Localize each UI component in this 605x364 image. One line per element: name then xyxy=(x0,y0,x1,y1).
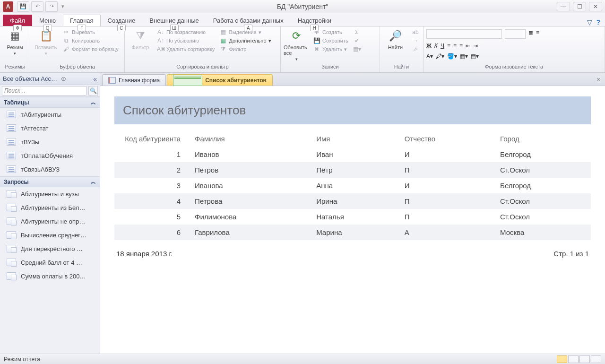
tab-home[interactable]: ГлавнаяГ xyxy=(63,15,100,26)
cell: П xyxy=(400,193,495,209)
nav-item-label: Сумма оплаты в 200… xyxy=(21,273,86,280)
align-left-icon[interactable]: ≡ xyxy=(447,43,450,49)
totals-button[interactable]: Σ xyxy=(352,28,362,36)
document-area: Главная формаСписок абитуриентов× Список… xyxy=(100,73,605,354)
view-design-button[interactable] xyxy=(591,355,601,363)
nav-header[interactable]: Все объекты Acc…⊙ « xyxy=(0,73,100,85)
nav-item[interactable]: Средний балл от 4 … xyxy=(0,256,100,269)
view-layout-button[interactable] xyxy=(579,355,590,363)
save-record-button[interactable]: 💾Сохранить xyxy=(312,37,349,44)
select-button[interactable]: ⬀ xyxy=(411,45,420,53)
bold-icon[interactable]: Ж xyxy=(426,43,432,49)
minimize-button[interactable]: — xyxy=(557,2,570,11)
maximize-button[interactable]: ☐ xyxy=(573,2,586,11)
form-icon xyxy=(108,77,116,84)
view-button[interactable]: ▦Режим▾ xyxy=(3,27,27,56)
underline-icon[interactable]: Ч xyxy=(441,43,444,49)
cell: П xyxy=(400,209,495,225)
more-button[interactable]: ▦▾ xyxy=(352,45,362,53)
toggle-filter-button[interactable]: ⧩Фильтр xyxy=(218,45,272,53)
nav-item-label: Абитуриенты и вузы xyxy=(21,191,79,198)
font-combo[interactable] xyxy=(426,29,502,39)
query-icon xyxy=(7,190,16,198)
key-tip: С xyxy=(117,25,126,31)
filter-button[interactable]: ⧩Фильтр xyxy=(128,27,153,50)
tab-file[interactable]: ФайлФ xyxy=(3,15,32,26)
italic-icon[interactable]: К xyxy=(434,43,438,49)
fill-icon[interactable]: 🪣▾ xyxy=(447,53,457,60)
document-tab[interactable]: Список абитуриентов xyxy=(167,74,273,86)
sigma-icon: Σ xyxy=(353,29,361,35)
document-tab[interactable]: Главная форма xyxy=(102,74,166,86)
nav-item[interactable]: тАбитуриенты xyxy=(0,108,100,121)
spelling-button[interactable]: ✔ xyxy=(352,37,362,44)
indent-inc-icon[interactable]: ⇥ xyxy=(473,43,478,49)
align-right-icon[interactable]: ≡ xyxy=(459,43,463,49)
nav-item[interactable]: тОплатаОбучения xyxy=(0,149,100,163)
search-input[interactable] xyxy=(2,86,86,95)
query-icon xyxy=(7,272,16,280)
indent-dec-icon[interactable]: ⇤ xyxy=(466,43,470,49)
nav-item[interactable]: Абитуриенты и вузы xyxy=(0,187,100,201)
report-table: Код абитуриентаФамилияИмяОтчествоГород 1… xyxy=(114,131,591,240)
query-icon xyxy=(7,245,16,252)
sort-asc-button[interactable]: A↓По возрастанию xyxy=(156,28,216,36)
cell: Анна xyxy=(311,178,400,193)
goto-button[interactable]: → xyxy=(411,37,420,44)
copy-button[interactable]: ⧉Копировать xyxy=(61,37,120,44)
close-tab-button[interactable]: × xyxy=(595,76,602,83)
nav-item[interactable]: Для перекрёстного … xyxy=(0,242,100,256)
tab-menu[interactable]: МенюQ xyxy=(32,15,63,26)
group-label-records: Записи xyxy=(284,64,377,72)
nav-group-header[interactable]: Запросы︽ xyxy=(0,176,100,187)
highlight-icon[interactable]: 🖍▾ xyxy=(436,53,444,60)
close-button[interactable]: ✕ xyxy=(589,2,602,11)
nav-item[interactable]: Вычисление среднег… xyxy=(0,228,100,242)
search-icon[interactable]: 🔍 xyxy=(88,86,98,95)
view-print-button[interactable] xyxy=(568,355,579,363)
altrow-icon[interactable]: ▤▾ xyxy=(471,53,479,60)
align-center-icon[interactable]: ≡ xyxy=(453,43,457,49)
query-icon xyxy=(7,231,16,239)
ribbon-minimize-icon[interactable]: ▽ xyxy=(587,18,592,26)
nav-item[interactable]: тАттестат xyxy=(0,121,100,135)
advanced-button[interactable]: ▦Дополнительно ▾ xyxy=(218,37,272,44)
replace-button[interactable]: ab xyxy=(411,28,420,36)
tab-external-data[interactable]: Внешние данныеШ xyxy=(142,15,206,26)
cell: 1 xyxy=(114,147,190,162)
cut-button[interactable]: ✂Вырезать xyxy=(61,28,120,36)
cell: Ирина xyxy=(311,193,400,209)
tab-addins[interactable]: НадстройкиН xyxy=(291,15,338,26)
view-report-button[interactable] xyxy=(557,355,567,363)
table-icon xyxy=(7,111,16,118)
delete-icon: ✖ xyxy=(313,46,320,52)
paste-button[interactable]: 📋Вставить▾ xyxy=(33,27,59,56)
cell: Иванова xyxy=(190,178,311,193)
tab-db-tools[interactable]: Работа с базами данныхА xyxy=(206,15,291,26)
nav-item[interactable]: тВУЗы xyxy=(0,135,100,149)
nav-item[interactable]: Абитуриенты не опр… xyxy=(0,215,100,228)
find-button[interactable]: 🔎Найти xyxy=(383,27,408,50)
document-tab-label: Список абитуриентов xyxy=(205,77,267,84)
tab-create[interactable]: СозданиеС xyxy=(101,15,143,26)
cell: 4 xyxy=(114,193,190,209)
collapse-pane-icon[interactable]: « xyxy=(93,75,97,83)
nav-item[interactable]: Абитуриенты из Бел… xyxy=(0,201,100,215)
nav-item[interactable]: тСвязьАбВУЗ xyxy=(0,163,100,176)
sort-desc-button[interactable]: A↑По убыванию xyxy=(156,37,216,44)
gridlines-icon[interactable]: ▦▾ xyxy=(460,53,468,60)
delete-record-button[interactable]: ✖Удалить ▾ xyxy=(312,45,349,53)
clear-sort-button[interactable]: A✖Удалить сортировку xyxy=(156,45,216,53)
fontsize-combo[interactable] xyxy=(505,29,526,39)
nav-item[interactable]: Сумма оплаты в 200… xyxy=(0,269,100,283)
bullets-icon[interactable]: ≣ xyxy=(528,29,533,36)
title-bar: A 💾 ↶ ↷ ▾ БД "Абитуриент" — ☐ ✕ xyxy=(0,0,605,13)
help-icon[interactable]: ? xyxy=(596,18,600,26)
save-icon: 💾 xyxy=(313,37,320,44)
numbering-icon[interactable]: ≡ xyxy=(536,29,539,36)
font-color-icon[interactable]: A▾ xyxy=(426,53,433,60)
refresh-all-button[interactable]: ⟳Обновить все▾ xyxy=(284,27,309,61)
table-row: 4ПетроваИринаПСт.Оскол xyxy=(114,193,591,209)
nav-group-header[interactable]: Таблицы︽ xyxy=(0,97,100,108)
format-painter-button[interactable]: 🖌Формат по образцу xyxy=(61,45,120,53)
